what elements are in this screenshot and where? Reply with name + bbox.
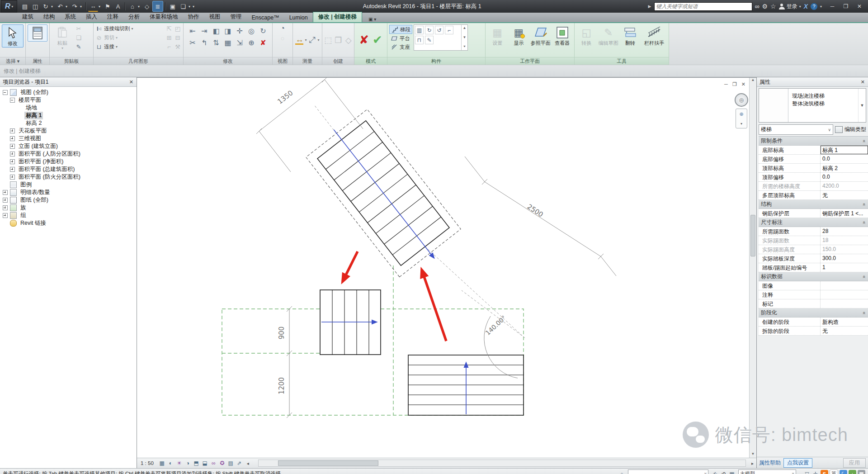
revit-app-menu-button[interactable]: R▾ bbox=[1, 0, 17, 13]
view-visibility-icon[interactable]: ◔ bbox=[278, 24, 287, 33]
panel-caption-create[interactable]: 创建 bbox=[322, 57, 354, 65]
click-me-settings-button[interactable]: 点我设置 bbox=[783, 458, 812, 468]
tree-item-sheets[interactable]: 图纸 (全部) bbox=[1, 196, 137, 204]
pin-icon[interactable]: ⇅ bbox=[211, 37, 222, 48]
create-assembly-icon[interactable]: ◇ bbox=[345, 36, 352, 44]
project-browser-close-icon[interactable]: ✕ bbox=[128, 79, 135, 85]
section-dimensions[interactable]: 尺寸标注« bbox=[759, 218, 868, 227]
rotate-icon[interactable]: ↻ bbox=[258, 25, 269, 36]
tab-collaborate[interactable]: 协作 bbox=[183, 12, 204, 22]
properties-help-link[interactable]: 属性帮助 bbox=[759, 459, 781, 467]
run-button[interactable]: 梯段 bbox=[389, 25, 412, 34]
property-row[interactable]: 标记 bbox=[759, 299, 868, 308]
hscroll-right-icon[interactable]: ▸ bbox=[749, 461, 756, 466]
flip-button[interactable]: 翻转 bbox=[620, 24, 641, 47]
type-selector-dropdown-icon[interactable]: ▼ bbox=[858, 89, 866, 122]
tree-item-elevations[interactable]: 立面 (建筑立面) bbox=[1, 142, 137, 150]
editing-requests-icon[interactable]: ✍ bbox=[711, 470, 718, 474]
sketch-run-icon[interactable]: ✎ bbox=[425, 36, 434, 44]
vscroll-thumb[interactable] bbox=[750, 215, 755, 256]
create-similar-icon[interactable]: ❐ bbox=[335, 36, 342, 44]
thin-lines-button[interactable]: ≣ bbox=[152, 1, 163, 12]
u-shape-winder-icon[interactable]: ⊓ bbox=[415, 36, 424, 44]
ime-sogou-icon[interactable]: S bbox=[821, 470, 828, 474]
property-row[interactable]: 创建的阶段新构造 bbox=[759, 318, 868, 327]
expand-icon[interactable] bbox=[3, 213, 8, 218]
panel-caption-measure[interactable]: 测量 bbox=[293, 57, 322, 65]
shadows-icon[interactable]: ◑ bbox=[184, 460, 192, 467]
tree-item-level1[interactable]: 标高 1 bbox=[1, 112, 137, 119]
view-dropdown[interactable]: ▾ bbox=[138, 5, 142, 9]
railing-button[interactable]: 栏杆扶手 bbox=[642, 24, 667, 47]
undo-dropdown[interactable]: ▾ bbox=[66, 5, 69, 9]
panel-caption-components[interactable]: 构件 bbox=[387, 57, 485, 65]
property-row[interactable]: 注释 bbox=[759, 290, 868, 299]
tab-enscape[interactable]: Enscape™ bbox=[247, 14, 284, 22]
properties-close-icon[interactable]: ✕ bbox=[859, 79, 866, 85]
expand-icon[interactable] bbox=[3, 205, 8, 210]
split-icon[interactable]: ✂ bbox=[187, 37, 198, 48]
finish-stair-icon[interactable]: ✔ bbox=[373, 33, 382, 47]
trim-icon[interactable]: ↰ bbox=[199, 37, 210, 48]
panel-caption-tools[interactable]: 工具 bbox=[575, 57, 669, 65]
gallery-up-icon[interactable]: ▲ bbox=[463, 26, 467, 30]
cut-geometry-alt-icon[interactable]: ⇱ bbox=[165, 25, 173, 33]
tree-item-groups[interactable]: 组 bbox=[1, 212, 137, 219]
ime-punctuation-icon[interactable]: ; bbox=[849, 470, 856, 474]
tree-item-legends[interactable]: 图例 bbox=[1, 181, 137, 189]
help-icon[interactable]: ? bbox=[811, 3, 817, 10]
cope-button[interactable]: Ι◁ 连接端切割▾ ⇱ ◰ bbox=[95, 24, 181, 33]
text-button[interactable]: A bbox=[113, 1, 123, 11]
communication-center-icon[interactable]: ⚙ bbox=[762, 3, 768, 10]
switch-windows-dropdown[interactable]: ▾ bbox=[189, 5, 192, 9]
tab-architecture[interactable]: 建筑 bbox=[17, 12, 38, 22]
apply-button[interactable]: 应用 bbox=[843, 458, 866, 468]
tree-item-ceiling-plans[interactable]: 天花板平面 bbox=[1, 127, 137, 135]
straight-run-icon[interactable]: ▥ bbox=[415, 26, 424, 34]
temporary-view-properties-icon[interactable]: ▤ bbox=[227, 460, 235, 467]
panel-caption-modify[interactable]: 修改 bbox=[184, 57, 272, 65]
measure-icon[interactable]: ↔ bbox=[295, 35, 303, 45]
property-row[interactable]: 顶部偏移0.0 bbox=[759, 173, 868, 182]
panel-caption-clipboard[interactable]: 剪贴板 bbox=[50, 57, 93, 65]
redo-button[interactable]: ↷ bbox=[70, 1, 80, 11]
select-count-icon[interactable]: ✛ bbox=[812, 470, 819, 474]
reference-plane-button[interactable]: 参照平面 bbox=[530, 24, 551, 47]
default-3d-view-button[interactable]: ⌂ bbox=[127, 1, 137, 11]
properties-toggle-button[interactable] bbox=[28, 24, 47, 42]
redo-dropdown[interactable]: ▾ bbox=[80, 5, 84, 9]
worksets-icon[interactable]: ⌂ bbox=[618, 470, 625, 474]
section-button[interactable]: ◇ bbox=[142, 1, 152, 11]
zoom-dropdown[interactable]: ▾ bbox=[741, 122, 742, 126]
ime-keyboard-icon[interactable]: ▦ bbox=[858, 470, 865, 474]
beam-joins-icon[interactable]: ⌐ bbox=[165, 43, 173, 51]
tree-item-area-plan-gross[interactable]: 面积平面 (总建筑面积) bbox=[1, 166, 137, 173]
hide-elements-icon[interactable]: ◌ bbox=[278, 34, 287, 42]
copy-move-icon[interactable]: ◎ bbox=[246, 25, 257, 36]
convert-button[interactable]: ◱ 转换 bbox=[576, 24, 597, 47]
tree-item-3d-views[interactable]: 三维视图 bbox=[1, 135, 137, 142]
tab-structure[interactable]: 结构 bbox=[38, 12, 60, 22]
tree-item-floor-plans[interactable]: 楼层平面 bbox=[1, 96, 137, 104]
array-icon[interactable]: ▦ bbox=[222, 37, 233, 48]
edit-sketch-button[interactable]: ✎ 编辑草图 bbox=[598, 24, 619, 47]
modify-tool-button[interactable]: 修改 bbox=[2, 24, 24, 47]
offset-icon[interactable]: ⇥ bbox=[199, 25, 210, 36]
expand-icon[interactable] bbox=[10, 128, 15, 133]
expand-icon[interactable] bbox=[10, 144, 15, 149]
tree-item-families[interactable]: 族 bbox=[1, 204, 137, 212]
tree-item-area-plan-net[interactable]: 面积平面 (净面积) bbox=[1, 158, 137, 166]
property-row[interactable]: 顶部标高标高 2 bbox=[759, 164, 868, 173]
sun-path-icon[interactable]: ☀ bbox=[175, 460, 183, 467]
property-row[interactable]: 踏板/踢面起始编号1 bbox=[759, 263, 868, 272]
join-geometry-button[interactable]: ⊔ 连接▾ ⌐ ⚒ bbox=[95, 43, 181, 51]
gallery-scrollbar[interactable]: ▲ ▼ ⯆ bbox=[461, 25, 467, 50]
filter-funnel-icon[interactable]: ▽ bbox=[803, 470, 811, 474]
section-constraints[interactable]: 限制条件« bbox=[759, 137, 868, 146]
type-selector[interactable]: 现场浇注楼梯 整体浇筑楼梯 ▼ bbox=[759, 88, 866, 123]
switch-windows-button[interactable]: ❏ bbox=[178, 1, 188, 11]
cut-icon[interactable]: ✂ bbox=[75, 24, 83, 33]
help-dropdown[interactable]: ▾ bbox=[820, 5, 822, 9]
panel-caption-properties[interactable]: 属性 bbox=[26, 57, 49, 65]
show-workplane-button[interactable]: ▦ 显示 bbox=[509, 24, 528, 47]
